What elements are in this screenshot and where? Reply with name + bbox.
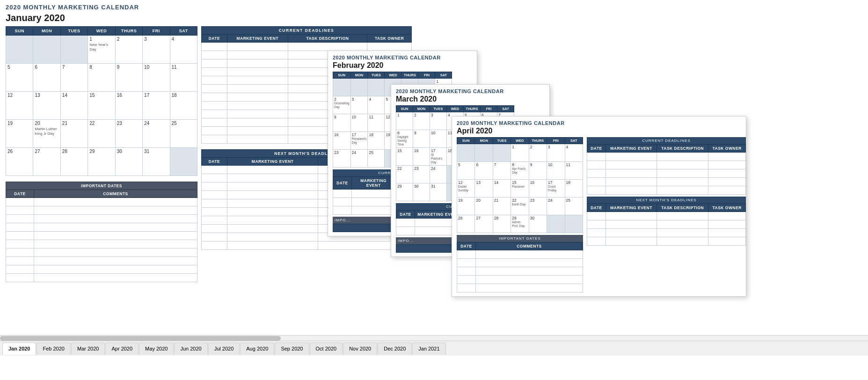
calendar-cell[interactable]: 9	[333, 114, 351, 132]
cell[interactable]	[708, 212, 746, 220]
cell[interactable]	[6, 206, 34, 215]
cell[interactable]	[606, 220, 657, 229]
calendar-cell[interactable]: 4	[565, 144, 583, 162]
calendar-cell[interactable]: 22	[396, 166, 413, 183]
cell[interactable]	[227, 43, 288, 51]
calendar-cell[interactable]: 18	[368, 132, 385, 150]
calendar-cell[interactable]	[170, 148, 197, 176]
cell[interactable]	[34, 257, 197, 265]
calendar-cell[interactable]: 3	[547, 144, 565, 162]
cell[interactable]	[657, 212, 708, 220]
cell[interactable]	[606, 169, 657, 178]
calendar-cell[interactable]	[60, 36, 88, 64]
cell[interactable]	[606, 229, 657, 237]
calendar-cell[interactable]: 2	[529, 144, 547, 162]
cell[interactable]	[657, 220, 708, 229]
calendar-cell[interactable]: 14	[60, 92, 88, 120]
calendar-cell[interactable]: 27	[33, 148, 60, 176]
cell[interactable]	[708, 237, 746, 246]
cell[interactable]	[202, 135, 227, 144]
calendar-cell[interactable]: 3	[350, 96, 368, 114]
cell[interactable]	[476, 250, 583, 259]
calendar-cell[interactable]: 4	[170, 36, 197, 64]
cell[interactable]	[34, 240, 197, 248]
calendar-cell[interactable]: 8Daylight Saving Time	[396, 130, 413, 148]
cell[interactable]	[202, 93, 227, 102]
calendar-cell[interactable]: 23	[529, 197, 547, 215]
cell[interactable]	[227, 118, 288, 127]
cell[interactable]	[227, 93, 288, 102]
tab-jan-2020[interactable]: Jan 2020	[2, 343, 36, 355]
cell[interactable]	[476, 276, 583, 284]
calendar-cell[interactable]: 26	[6, 148, 33, 176]
calendar-cell[interactable]: 15	[88, 92, 115, 120]
cell[interactable]	[6, 215, 34, 223]
calendar-cell[interactable]: 5	[6, 64, 33, 92]
cell[interactable]	[708, 186, 746, 195]
tab-feb-2020[interactable]: Feb 2020	[36, 343, 70, 355]
calendar-cell[interactable]: 13	[33, 92, 60, 120]
cell[interactable]	[202, 51, 227, 59]
cell[interactable]	[227, 110, 288, 118]
calendar-cell[interactable]: 22Earth Day	[511, 197, 529, 215]
cell[interactable]	[6, 248, 34, 257]
calendar-cell[interactable]: 23	[115, 120, 142, 148]
cell[interactable]	[202, 183, 227, 191]
cell[interactable]	[34, 274, 197, 282]
calendar-cell[interactable]: 2Groundhog Day	[333, 96, 351, 114]
cell[interactable]	[202, 174, 227, 183]
cell[interactable]	[202, 43, 227, 51]
cell[interactable]	[708, 169, 746, 178]
cell[interactable]	[587, 161, 606, 169]
calendar-cell[interactable]: 29Admin. Prof. Day	[511, 215, 529, 233]
calendar-cell[interactable]: 8Apr Fool's Day	[511, 162, 529, 180]
calendar-cell[interactable]: 17President's Day	[350, 132, 368, 150]
cell[interactable]	[708, 161, 746, 169]
cell[interactable]	[227, 76, 288, 85]
calendar-cell[interactable]: 18	[170, 92, 197, 120]
calendar-cell[interactable]: 28	[493, 215, 511, 233]
calendar-cell[interactable]	[33, 36, 60, 64]
calendar-cell[interactable]: 24	[143, 120, 170, 148]
calendar-cell[interactable]: 1	[511, 144, 529, 162]
cell[interactable]	[657, 229, 708, 237]
calendar-cell[interactable]: 24	[350, 150, 368, 168]
cell[interactable]	[476, 267, 583, 276]
cell[interactable]	[227, 135, 288, 144]
calendar-cell[interactable]: 1New Year'sDay	[88, 36, 115, 64]
tab-apr-2020[interactable]: Apr 2020	[105, 343, 139, 355]
cell[interactable]	[333, 198, 352, 206]
calendar-cell[interactable]: 30	[413, 183, 430, 201]
calendar-cell[interactable]: 17St Patrick's Day	[430, 148, 447, 166]
cell[interactable]	[6, 240, 34, 248]
calendar-cell[interactable]: 12Easter Sunday	[457, 180, 475, 197]
calendar-cell[interactable]: 10	[350, 114, 368, 132]
cell[interactable]	[708, 220, 746, 229]
cell[interactable]	[202, 199, 227, 208]
cell[interactable]	[476, 284, 583, 292]
calendar-cell[interactable]: 20Martin LutherKing Jr Day	[33, 120, 60, 148]
cell[interactable]	[587, 220, 606, 229]
calendar-cell[interactable]: 25	[170, 120, 197, 148]
tab-may-2020[interactable]: May 2020	[139, 343, 174, 355]
cell[interactable]	[227, 225, 318, 233]
cell[interactable]	[587, 153, 606, 161]
calendar-cell[interactable]: 7	[493, 162, 511, 180]
calendar-cell[interactable]	[368, 79, 385, 96]
calendar-cell[interactable]: 23	[333, 150, 351, 168]
cell[interactable]	[587, 169, 606, 178]
calendar-cell[interactable]: 17Good Friday	[547, 180, 565, 197]
cell[interactable]	[606, 153, 657, 161]
cell[interactable]	[606, 237, 657, 246]
cell[interactable]	[34, 215, 197, 223]
calendar-cell[interactable]: 11	[170, 64, 197, 92]
cell[interactable]	[396, 227, 415, 235]
calendar-cell[interactable]: 15Passover	[511, 180, 529, 197]
cell[interactable]	[352, 190, 395, 198]
cell[interactable]	[6, 223, 34, 232]
tab-jun-2020[interactable]: Jun 2020	[174, 343, 207, 355]
calendar-cell[interactable]: 12	[6, 92, 33, 120]
cell[interactable]	[202, 233, 227, 241]
cell[interactable]	[202, 216, 227, 225]
cell[interactable]	[6, 274, 34, 282]
